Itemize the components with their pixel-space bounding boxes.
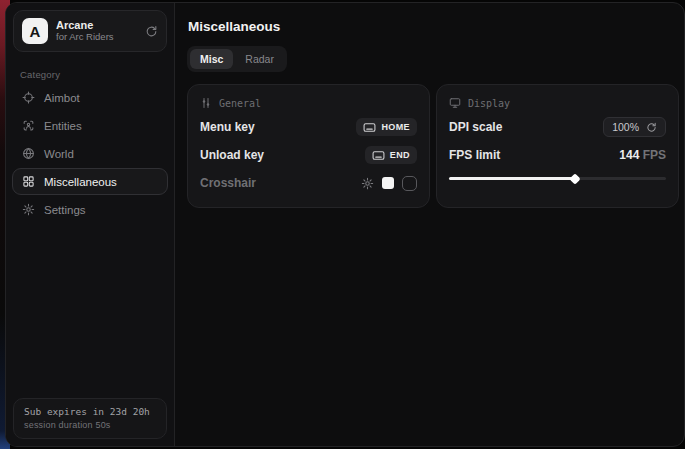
crosshair-color-swatch[interactable]	[382, 177, 394, 189]
display-card-title: Display	[468, 98, 510, 109]
crosshair-settings-gear-icon[interactable]	[361, 177, 374, 190]
unload-key-bind-button[interactable]: END	[365, 146, 417, 164]
app-logo: A	[22, 18, 48, 44]
refresh-icon[interactable]	[145, 25, 158, 38]
sidebar-item-settings[interactable]: Settings	[12, 196, 168, 223]
tab-misc[interactable]: Misc	[190, 49, 233, 69]
app-header-card: A Arcane for Arc Riders	[13, 10, 167, 52]
display-card-header: Display	[449, 97, 666, 109]
menu-key-label: Menu key	[200, 120, 255, 134]
sidebar-spacer	[6, 224, 174, 391]
dpi-scale-select[interactable]: 100%	[603, 117, 666, 137]
dpi-scale-label: DPI scale	[449, 120, 502, 134]
crosshair-controls	[361, 176, 417, 191]
sidebar-item-label: Aimbot	[44, 92, 80, 104]
unload-key-label: Unload key	[200, 148, 264, 162]
sidebar-item-label: Entities	[44, 120, 82, 132]
fps-limit-label: FPS limit	[449, 148, 500, 162]
page-title: Miscellaneous	[188, 19, 679, 34]
sub-expiry-text: Sub expires in 23d 20h	[24, 406, 156, 417]
sidebar-item-label: Settings	[44, 204, 86, 216]
crosshair-label: Crosshair	[200, 176, 256, 190]
refresh-icon	[646, 122, 657, 133]
sidebar-item-world[interactable]: World	[12, 140, 168, 167]
scan-person-icon	[22, 119, 35, 132]
sidebar: A Arcane for Arc Riders Category Aimbot	[6, 3, 175, 446]
dpi-scale-value: 100%	[612, 121, 639, 133]
keyboard-icon	[372, 150, 385, 161]
fps-limit-row: FPS limit 144 FPS	[449, 143, 666, 167]
menu-key-row: Menu key HOME	[200, 115, 417, 139]
monitor-icon	[449, 97, 461, 109]
grid-icon	[22, 175, 35, 188]
app-subtitle: for Arc Riders	[56, 32, 137, 43]
fps-number: 144	[619, 148, 639, 162]
crosshair-row: Crosshair	[200, 171, 417, 195]
menu-key-bind-button[interactable]: HOME	[356, 118, 417, 136]
crosshair-checkbox[interactable]	[402, 176, 417, 191]
cards-row: General Menu key HOME Unload key	[187, 84, 679, 208]
general-card: General Menu key HOME Unload key	[187, 84, 430, 208]
sidebar-item-entities[interactable]: Entities	[12, 112, 168, 139]
fps-limit-slider[interactable]	[449, 171, 666, 185]
slider-thumb[interactable]	[569, 173, 580, 184]
slider-fill	[449, 177, 575, 180]
sidebar-item-miscellaneous[interactable]: Miscellaneous	[12, 168, 168, 195]
app-title: Arcane	[56, 19, 137, 32]
menu-key-bind-value: HOME	[381, 122, 410, 132]
app-title-wrap: Arcane for Arc Riders	[56, 19, 137, 43]
tab-bar: Misc Radar	[187, 46, 287, 72]
category-label: Category	[20, 69, 174, 80]
dpi-scale-row: DPI scale 100%	[449, 115, 666, 139]
display-card: Display DPI scale 100% FPS limit	[436, 84, 679, 208]
sliders-icon	[200, 97, 212, 109]
app-window: A Arcane for Arc Riders Category Aimbot	[5, 2, 685, 447]
unload-key-row: Unload key END	[200, 143, 417, 167]
main-content: Miscellaneous Misc Radar General Menu ke…	[175, 3, 685, 446]
subscription-box: Sub expires in 23d 20h session duration …	[13, 398, 167, 439]
globe-icon	[22, 147, 35, 160]
general-card-title: General	[219, 98, 261, 109]
fps-limit-value: 144 FPS	[619, 148, 666, 162]
fps-unit: FPS	[643, 148, 666, 162]
gear-icon	[22, 203, 35, 216]
general-card-header: General	[200, 97, 417, 109]
sidebar-item-label: World	[44, 148, 74, 160]
sidebar-item-label: Miscellaneous	[44, 176, 117, 188]
tab-radar[interactable]: Radar	[235, 49, 284, 69]
sidebar-nav: Aimbot Entities World	[6, 84, 174, 224]
sidebar-item-aimbot[interactable]: Aimbot	[12, 84, 168, 111]
unload-key-bind-value: END	[390, 150, 410, 160]
keyboard-icon	[363, 122, 376, 133]
session-duration-text: session duration 50s	[24, 420, 156, 430]
crosshair-icon	[22, 91, 35, 104]
